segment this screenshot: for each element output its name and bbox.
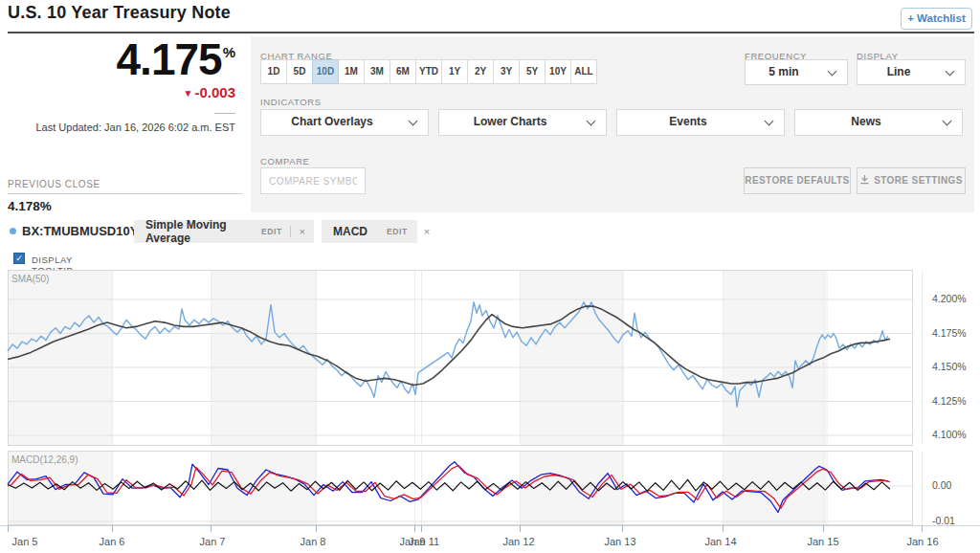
store-settings-button[interactable]: STORE SETTINGS (857, 167, 966, 194)
day-band (8, 271, 112, 445)
indicator-tag-sma: Simple Moving Average EDIT × (134, 220, 314, 243)
range-button-ytd[interactable]: YTD (415, 59, 442, 84)
page-title: U.S. 10 Year Treasury Note (8, 3, 231, 23)
chevron-down-icon (943, 117, 952, 126)
previous-close-value: 4.178% (8, 199, 52, 213)
frequency-dropdown[interactable]: 5 min (745, 59, 848, 85)
range-button-3y[interactable]: 3Y (493, 59, 520, 84)
x-label-jan-11: Jan 11 (409, 536, 439, 547)
indicators-label: INDICATORS (260, 97, 322, 107)
y-label: 4.150% (932, 361, 967, 372)
x-label-jan-12: Jan 12 (502, 536, 534, 547)
x-label-jan-8: Jan 8 (301, 536, 326, 547)
compare-label: COMPARE (260, 156, 310, 166)
range-button-6m[interactable]: 6M (390, 59, 416, 84)
add-watchlist-button[interactable]: + Watchlist (901, 8, 972, 30)
last-updated: Last Updated: Jan 16, 2026 6:02 a.m. EST (8, 122, 235, 133)
range-button-10d[interactable]: 10D (312, 59, 339, 84)
range-button-1d[interactable]: 1D (260, 59, 287, 84)
range-button-5y[interactable]: 5Y (519, 59, 546, 84)
y-label: 4.100% (932, 429, 967, 440)
remove-sma-button[interactable]: × (291, 226, 314, 237)
y-label: 0.00 (932, 479, 951, 491)
percent-sign: % (223, 44, 235, 60)
down-arrow-icon: ▼ (184, 88, 193, 99)
y-label: 4.125% (932, 395, 967, 407)
chevron-down-icon (828, 67, 837, 77)
chevron-down-icon (587, 117, 596, 126)
x-label-jan-13: Jan 13 (604, 536, 635, 547)
compare-symbol-input[interactable] (260, 167, 366, 194)
x-label-jan-15: Jan 15 (807, 536, 838, 547)
x-label-jan-14: Jan 14 (704, 536, 736, 547)
y-label: 4.200% (932, 293, 967, 304)
quote-block: 4.175% ▼-0.003 Last Updated: Jan 16, 202… (8, 36, 235, 133)
current-price: 4.175% (8, 36, 235, 82)
range-button-10y[interactable]: 10Y (545, 59, 571, 84)
symbol-dot-icon (10, 228, 16, 234)
remove-macd-button[interactable]: × (415, 226, 438, 237)
chart-range-group: 1D5D10D1M3M6MYTD1Y2Y3Y5Y10YALL (260, 59, 597, 84)
legend-row: BX:TMUBMUSD10Y Simple Moving Average EDI… (0, 220, 980, 244)
price-chart[interactable] (0, 270, 980, 447)
range-button-5d[interactable]: 5D (286, 59, 313, 84)
display-dropdown[interactable]: Line (857, 59, 966, 85)
indicator-dropdown-lower-charts[interactable]: Lower Charts (438, 109, 607, 136)
symbol-name: BX:TMUBMUSD10Y (22, 224, 138, 238)
mini-divider (214, 113, 235, 114)
x-label-jan-16: Jan 16 (906, 536, 938, 547)
range-button-3m[interactable]: 3M (364, 59, 390, 84)
sma-overlay-label: SMA(50) (11, 274, 49, 284)
x-label-jan-7: Jan 7 (200, 536, 226, 547)
range-button-all[interactable]: ALL (570, 59, 597, 84)
chart-page: U.S. 10 Year Treasury Note + Watchlist 4… (0, 0, 980, 553)
chevron-down-icon (946, 67, 955, 77)
price-change: ▼-0.003 (8, 84, 235, 100)
download-icon (859, 174, 870, 185)
macd-chart[interactable] (0, 451, 980, 527)
indicator-dropdown-news[interactable]: News (794, 109, 963, 136)
chart-controls-panel: CHART RANGE 1D5D10D1M3M6MYTD1Y2Y3Y5Y10YA… (251, 36, 974, 212)
display-tooltip-checkbox[interactable]: ✓ (13, 253, 25, 264)
edit-sma-button[interactable]: EDIT (254, 227, 290, 236)
x-label-jan-5: Jan 5 (12, 536, 38, 547)
indicator-dropdown-events[interactable]: Events (616, 109, 785, 136)
chevron-down-icon (765, 117, 774, 126)
day-band (211, 271, 316, 445)
range-button-2y[interactable]: 2Y (467, 59, 494, 84)
indicator-dropdown-chart-overlays[interactable]: Chart Overlays (260, 109, 429, 136)
indicator-tag-macd: MACD EDIT × (322, 220, 417, 243)
range-button-1m[interactable]: 1M (338, 59, 365, 84)
restore-defaults-button[interactable]: RESTORE DEFAULTS (744, 167, 851, 194)
x-axis (0, 525, 980, 535)
range-button-1y[interactable]: 1Y (441, 59, 468, 84)
x-label-jan-6: Jan 6 (100, 536, 125, 547)
previous-close-divider (8, 193, 242, 194)
edit-macd-button[interactable]: EDIT (379, 227, 415, 236)
header-divider (8, 32, 974, 33)
day-band (520, 271, 624, 445)
macd-indicator-label: MACD(12,26,9) (11, 454, 78, 465)
chevron-down-icon (409, 117, 418, 126)
y-label: -0.01 (932, 515, 955, 526)
previous-close-label: PREVIOUS CLOSE (8, 179, 100, 189)
y-label: 4.175% (932, 327, 967, 339)
day-band (723, 271, 828, 445)
